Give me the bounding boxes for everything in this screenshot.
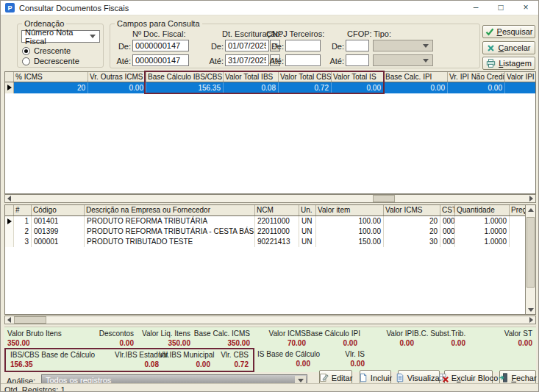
radio-decrescente[interactable]: Decrescente	[22, 57, 79, 65]
minimize-button[interactable]: –	[463, 1, 488, 15]
record-count: Qtd. Registros: 1	[4, 385, 65, 392]
tipo-ate-select[interactable]	[373, 54, 433, 66]
fechar-label: Fechar	[511, 374, 536, 382]
col-cst[interactable]: CST	[440, 205, 455, 215]
cell-ncm: 22011000	[255, 216, 299, 227]
cell-preco	[510, 237, 525, 247]
header-corner	[5, 205, 14, 215]
totais-panel: Valor Bruto Itens350.00 Descontos0.00 Va…	[4, 327, 536, 372]
itens-grid-row[interactable]: 2 001399 PRODUTO REFORMA TRIBUTÁRIA - CE…	[5, 227, 525, 237]
cell-valor-icms: 30	[384, 237, 440, 247]
ordenacao-groupbox: Ordenação Número Nota Fiscal Crescente D…	[17, 24, 104, 68]
cnpj-terceiros-label: CNPJ Terceiros:	[266, 29, 324, 38]
scroll-right-icon[interactable]	[527, 195, 535, 202]
col-valor-icms[interactable]: Valor ICMS	[384, 205, 440, 215]
cell-vr-outras-icms: 0.00	[88, 82, 146, 93]
scroll-right-icon[interactable]	[527, 316, 535, 324]
cfop-label: CFOP:	[347, 29, 372, 38]
cancelar-button[interactable]: Cancelar	[482, 41, 535, 54]
itens-grid-hscrollbar[interactable]	[4, 316, 536, 324]
itens-grid[interactable]: # Código Descrição na Empresa ou Fornece…	[4, 204, 536, 315]
cell-vr-ipi-nao-creditado: 0.00	[448, 82, 505, 93]
dt-ate-input[interactable]	[225, 54, 269, 66]
doc-de-label: De:	[112, 42, 131, 51]
sort-field-value: Número Nota Fiscal	[25, 28, 90, 46]
pesquisar-button[interactable]: Pesquisar	[482, 25, 535, 38]
col-vr-outras-icms[interactable]: Vr. Outras ICMS	[88, 72, 146, 82]
col-codigo[interactable]: Código	[32, 205, 85, 215]
fiscal-grid[interactable]: % ICMS Vr. Outras ICMS Base Cálculo IBS/…	[4, 71, 536, 194]
total-valor-bruto: Valor Bruto Itens350.00	[7, 329, 77, 347]
itens-grid-row[interactable]: 1 001401 PRODUTO REFORMA TRIBUTÁRIA 2201…	[5, 216, 525, 227]
cell-ncm: 90221413	[255, 237, 299, 247]
status-bar: Qtd. Registros: 1	[1, 383, 538, 392]
total-base-calculo-ipi: Base Cálculo IPI0.00	[306, 329, 357, 347]
fiscal-grid-hscrollbar[interactable]	[4, 194, 536, 203]
hscroll-thumb[interactable]	[14, 316, 46, 324]
cell-valor-item: 100.00	[316, 227, 384, 237]
scroll-left-icon[interactable]	[5, 195, 13, 202]
listagem-button[interactable]: Listagem	[482, 57, 535, 70]
maximize-button[interactable]: □	[488, 1, 513, 15]
vscroll-thumb[interactable]	[526, 217, 535, 288]
col-descricao[interactable]: Descrição na Empresa ou Fornecedor	[85, 205, 255, 215]
cnpj-ate-input[interactable]	[285, 54, 321, 66]
itens-grid-vscrollbar[interactable]	[525, 205, 535, 314]
cell-ncm: 22011000	[255, 227, 299, 237]
sort-field-select[interactable]: Número Nota Fiscal	[21, 30, 100, 43]
incluir-label: Incluir	[371, 374, 392, 382]
col-num[interactable]: #	[14, 205, 32, 215]
total-ibscbs-base: IBS/CBS Base de Cálculo156.35	[10, 351, 115, 369]
filtros-legend: Campos para Consulta	[115, 19, 202, 28]
total-base-calc-icms: Base Calc. ICMS350.00	[190, 329, 250, 347]
col-vr-ipi-nao-creditado[interactable]: Vr. IPI Não Creditad	[448, 72, 505, 82]
cfop-ate-input[interactable]	[346, 54, 369, 66]
col-valor-total-is[interactable]: Valor Total IS	[332, 72, 384, 82]
cfop-de-input[interactable]	[346, 40, 369, 51]
col-icms[interactable]: % ICMS	[14, 72, 88, 82]
cancelar-label: Cancelar	[498, 43, 530, 52]
fiscal-grid-header: % ICMS Vr. Outras ICMS Base Cálculo IBS/…	[5, 72, 535, 82]
doc-ate-input[interactable]	[132, 54, 189, 66]
cnpj-de-input[interactable]	[285, 40, 321, 51]
col-valor-item[interactable]: Valor item	[316, 205, 384, 215]
col-valor-ipi-c[interactable]: Valor IPI C	[505, 72, 535, 82]
cell-num: 1	[14, 216, 32, 227]
dt-de-input[interactable]	[225, 40, 269, 51]
consultar-documentos-window: P Consultar Documentos Fiscais – □ × Ord…	[0, 0, 539, 392]
cell-descricao: PRODUTO REFORMA TRIBUTÁRIA	[85, 216, 255, 227]
pesquisar-label: Pesquisar	[497, 27, 533, 36]
hscroll-thumb[interactable]	[373, 195, 395, 202]
radio-unselected-icon	[22, 57, 30, 65]
excluir-bloco-label: Excluir Bloco	[451, 374, 499, 382]
doc-ate-label: Até:	[112, 57, 131, 65]
scroll-left-icon[interactable]	[5, 316, 13, 324]
exit-door-icon	[499, 373, 508, 382]
cell-descricao: PRODUTO REFORMA TRIBUTÁRIA - CESTA BÁSIC…	[85, 227, 255, 237]
cell-num: 2	[14, 227, 32, 237]
radio-crescente[interactable]: Crescente	[22, 46, 71, 55]
doc-de-input[interactable]	[132, 40, 189, 51]
col-preco[interactable]: Preço	[510, 205, 525, 215]
printer-icon	[486, 59, 496, 68]
total-descontos: Descontos0.00	[77, 329, 134, 347]
col-base-calculo-ibs-cbs[interactable]: Base Cálculo IBS/CBS	[146, 72, 224, 82]
tipo-de-select[interactable]	[373, 40, 433, 51]
scroll-up-icon[interactable]	[526, 206, 535, 213]
itens-grid-row[interactable]: 3 000001 PRODUTO TRIBUTADO TESTE 9022141…	[5, 237, 525, 247]
scroll-down-icon[interactable]	[526, 306, 535, 313]
col-valor-total-ibs[interactable]: Valor Total IBS	[224, 72, 279, 82]
filtros-groupbox: Campos para Consulta Nº Doc. Fiscal: De:…	[110, 24, 480, 68]
cell-base-calc-ipi: 0.00	[384, 82, 448, 93]
cell-valor-total-cbs: 0.72	[279, 82, 332, 93]
col-base-calc-ipi[interactable]: Base Calc. IPI	[384, 72, 448, 82]
cell-valor-item: 150.00	[316, 237, 384, 247]
col-quantidade[interactable]: Quantidade	[455, 205, 510, 215]
cell-preco	[510, 227, 525, 237]
col-valor-total-cbs[interactable]: Valor Total CBS	[279, 72, 332, 82]
fiscal-grid-selected-row[interactable]: 20 0.00 156.35 0.08 0.72 0.00 0.00 0.00	[5, 82, 535, 93]
cell-quantidade: 1.0000	[455, 227, 510, 237]
col-un[interactable]: Un.	[299, 205, 316, 215]
col-ncm[interactable]: NCM	[255, 205, 299, 215]
close-button[interactable]: ×	[513, 1, 538, 15]
